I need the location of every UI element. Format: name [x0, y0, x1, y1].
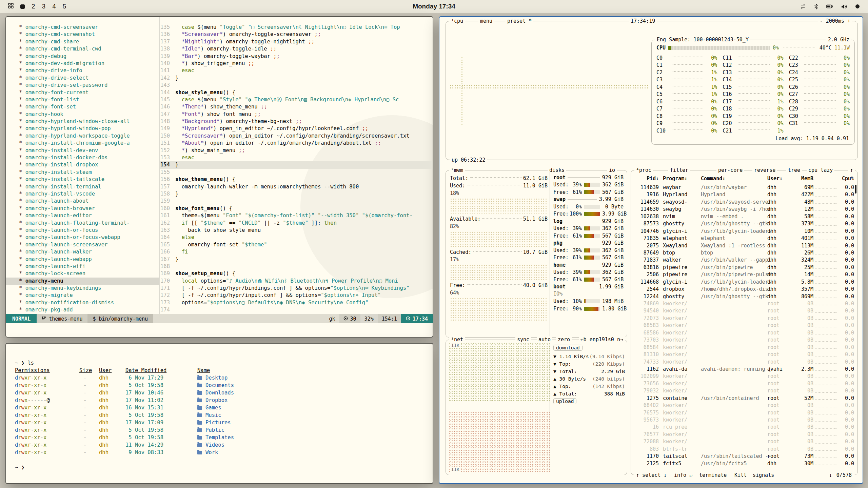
- file-item[interactable]: * omarchy-hyprland-window-close-all: [6, 118, 159, 125]
- process-row[interactable]: 72088kworker/root0B0.0: [634, 438, 854, 445]
- file-item[interactable]: * omarchy-drive-set-password: [6, 82, 159, 89]
- file-item[interactable]: * omarchy-launch-or-focus: [6, 227, 159, 234]
- info-key[interactable]: info ↵: [672, 472, 694, 479]
- file-item[interactable]: * omarchy-hyprland-window-pop: [6, 125, 159, 132]
- cpu-box-label[interactable]: ¹cpu: [449, 18, 465, 24]
- file-item[interactable]: * omarchy-cmd-screensaver: [6, 24, 159, 31]
- file-item[interactable]: * omarchy-cmd-share: [6, 38, 159, 45]
- notification-dot-icon[interactable]: [855, 4, 860, 9]
- signals-key[interactable]: signals: [751, 472, 776, 479]
- terminate-key[interactable]: terminate: [697, 472, 728, 479]
- code-line[interactable]: 158}: [160, 190, 433, 198]
- process-row[interactable]: 68583kworker/root0B0.0: [634, 322, 854, 329]
- file-item[interactable]: * omarchy-notification-dismiss: [6, 299, 159, 306]
- mem-box-label[interactable]: ²mem: [449, 167, 465, 174]
- file-item[interactable]: * omarchy-install-terminal: [6, 183, 159, 190]
- code-line[interactable]: 151 *About*) open_in_editor ~/.config/om…: [160, 140, 433, 147]
- process-row[interactable]: 2075XwaylandXwayland :1 -rootless -dhh11…: [634, 242, 854, 249]
- git-branch[interactable]: themes-menu: [37, 314, 87, 323]
- file-item[interactable]: * omarchy-font-current: [6, 89, 159, 96]
- file-item[interactable]: * omarchy-install-dropbox: [6, 161, 159, 168]
- process-row[interactable]: 63816pipewire/usr/bin/pipewiredhh25M0.0: [634, 264, 854, 271]
- file-item[interactable]: * omarchy-hook: [6, 111, 159, 118]
- process-row[interactable]: 1916HyprlandHyprlanddhh422M0.0: [634, 191, 854, 198]
- process-row[interactable]: 68402kworker/root0B0.0: [634, 402, 854, 409]
- file-item[interactable]: * omarchy-install-steam: [6, 169, 159, 176]
- process-row[interactable]: 803btrfs-trroot0B0.0: [634, 446, 854, 453]
- file-item[interactable]: * omarchy-drive-select: [6, 75, 159, 82]
- code-line[interactable]: 144show_style_menu() {: [160, 89, 433, 96]
- proc-header[interactable]: Pid: Program: Command: User: MemB Cpu%: [634, 175, 854, 182]
- code-line[interactable]: 167}: [160, 256, 433, 263]
- file-item[interactable]: * omarchy-lock-screen: [6, 270, 159, 277]
- battery-icon[interactable]: [826, 4, 833, 8]
- code-line[interactable]: 174: [160, 306, 433, 313]
- process-row[interactable]: 114668glycin-i/usr/lib/glycin-loadersdhh…: [634, 279, 854, 286]
- menu-button[interactable]: menu: [478, 18, 494, 24]
- process-row[interactable]: 72073kworker/root0B0.0: [634, 315, 854, 322]
- code-line[interactable]: 159: [160, 198, 433, 205]
- code-line[interactable]: 156show_theme_menu() {: [160, 176, 433, 183]
- code-line[interactable]: 142}: [160, 75, 433, 82]
- per-core-button[interactable]: per-core: [716, 167, 744, 174]
- code-line[interactable]: 137 *Nightlight*) omarchy-toggle-nightli…: [160, 38, 433, 45]
- file-item[interactable]: * omarchy-install-vscode: [6, 190, 159, 198]
- code-line[interactable]: 160show_font_menu() {: [160, 205, 433, 212]
- file-item[interactable]: * omarchy-launch-or-focus-webapp: [6, 234, 159, 241]
- net-auto-button[interactable]: auto: [537, 336, 552, 343]
- net-zero-button[interactable]: zero: [556, 336, 572, 343]
- process-row[interactable]: 73656kworker/root0B0.0: [634, 380, 854, 387]
- process-row[interactable]: 2544dropbox/home/dhh/.dropbox-distdhh357…: [634, 286, 854, 293]
- file-path[interactable]: $ bin/omarchy-menu: [87, 314, 154, 323]
- file-item[interactable]: * omarchy-install-docker-dbs: [6, 154, 159, 161]
- code-line[interactable]: 161 theme=$(menu "Font" "$(omarchy-font-…: [160, 212, 433, 219]
- process-row[interactable]: 79032kworker/root0B0.0: [634, 387, 854, 394]
- process-row[interactable]: 81310kworker/root0B0.0: [634, 351, 854, 358]
- buffer-count[interactable]: 30: [339, 314, 360, 323]
- process-row[interactable]: 71837walker/usr/bin/walker --gappldhh324…: [634, 257, 854, 264]
- process-row[interactable]: 114630swaybg/usr/bin/swaybg -i /homdhh12…: [634, 206, 854, 213]
- file-item[interactable]: * omarchy-drive-info: [6, 67, 159, 74]
- reverse-button[interactable]: reverse: [752, 167, 777, 174]
- process-row[interactable]: 114659swayosd-/usr/bin/swayosd-serverdhh…: [634, 199, 854, 206]
- code-line[interactable]: 143: [160, 82, 433, 89]
- code-line[interactable]: 155: [160, 169, 433, 176]
- file-item[interactable]: * omarchy-launch-about: [6, 198, 159, 205]
- code-line[interactable]: 136 *Screensaver*) omarchy-toggle-screen…: [160, 31, 433, 38]
- file-item[interactable]: * omarchy-pkg-add: [6, 306, 159, 313]
- file-item[interactable]: * omarchy-install-tailscale: [6, 176, 159, 183]
- process-row[interactable]: 95673kworker/root0B0.0: [634, 416, 854, 424]
- filter-button[interactable]: filter: [668, 167, 690, 174]
- process-row[interactable]: 68584kworker/root0B0.0: [634, 344, 854, 351]
- code-line[interactable]: 171 [ -f ~/.config/hypr/bindings.conf ] …: [160, 285, 433, 292]
- process-row[interactable]: 102099kworker/root0B0.0: [634, 373, 854, 380]
- process-row[interactable]: 114639waybar/usr/bin/waybardhh69M0.0: [634, 184, 854, 191]
- code-line[interactable]: 138 *Idle*) omarchy-toggle-idle ;;: [160, 45, 433, 53]
- refresh-interval[interactable]: - 2000ms +: [818, 18, 852, 24]
- process-row[interactable]: 76577kworker/root0B0.0: [634, 431, 854, 438]
- code-line[interactable]: 135 case $(menu "Toggle" "▢ Screensaver\…: [160, 24, 433, 31]
- process-row[interactable]: 1275containe/usr/bin/containerdroot52M0.…: [634, 395, 854, 402]
- net-sync-button[interactable]: sync: [515, 336, 531, 343]
- process-row[interactable]: 102638nvimnvim --embed .dhh58M0.0: [634, 213, 854, 220]
- select-keys[interactable]: ↑ select ↓: [634, 472, 668, 479]
- file-item[interactable]: * omarchy-font-list: [6, 96, 159, 103]
- process-row[interactable]: 73703kworker/root0B0.0: [634, 337, 854, 344]
- code-line[interactable]: 145 case $(menu "Style" "◑ Theme\nⒶ Font…: [160, 96, 433, 103]
- net-interface[interactable]: ←b enp191s0 n→: [579, 336, 625, 343]
- network-icon[interactable]: [800, 4, 806, 9]
- process-row[interactable]: 71835elephantelephantdhh401M0.0: [634, 235, 854, 242]
- file-item[interactable]: * omarchy-menu: [6, 278, 159, 285]
- process-row[interactable]: 104746glycin-i/usr/lib/glycin-loadersdhh…: [634, 228, 854, 235]
- volume-icon[interactable]: [841, 4, 847, 9]
- file-item[interactable]: * omarchy-launch-walker: [6, 248, 159, 256]
- file-item[interactable]: * omarchy-launch-floating-terminal-: [6, 220, 159, 227]
- file-item[interactable]: * omarchy-launch-screensaver: [6, 241, 159, 248]
- process-row[interactable]: 1162avahi-daavahi-daemon: running [avahi…: [634, 366, 854, 373]
- proc-box-label[interactable]: ⁴proc: [634, 167, 653, 174]
- code-line[interactable]: 165 omarchy-font-set "$theme": [160, 241, 433, 248]
- process-row[interactable]: 12244ghostty/usr/bin/ghostty --gtk-dhh86…: [634, 293, 854, 300]
- shell-prompt[interactable]: ~ ❯: [15, 464, 424, 471]
- preset-button[interactable]: preset *: [506, 18, 533, 24]
- scroll-down-icon[interactable]: ↓: [827, 472, 834, 479]
